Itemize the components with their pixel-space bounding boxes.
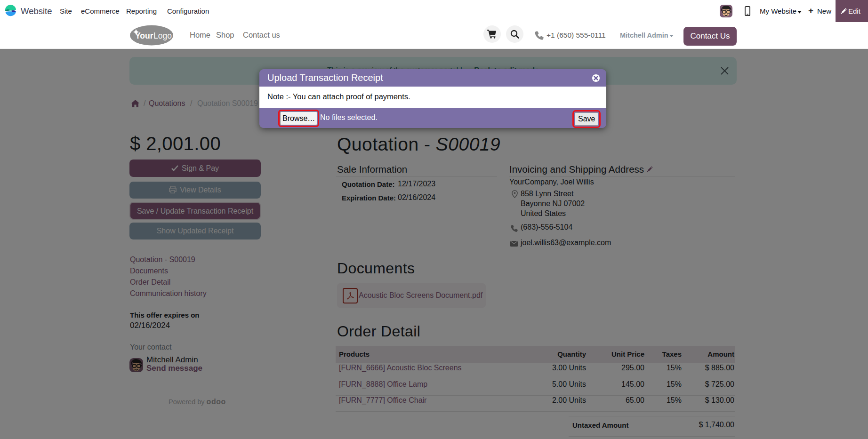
svg-text:Logo: Logo xyxy=(153,31,172,40)
